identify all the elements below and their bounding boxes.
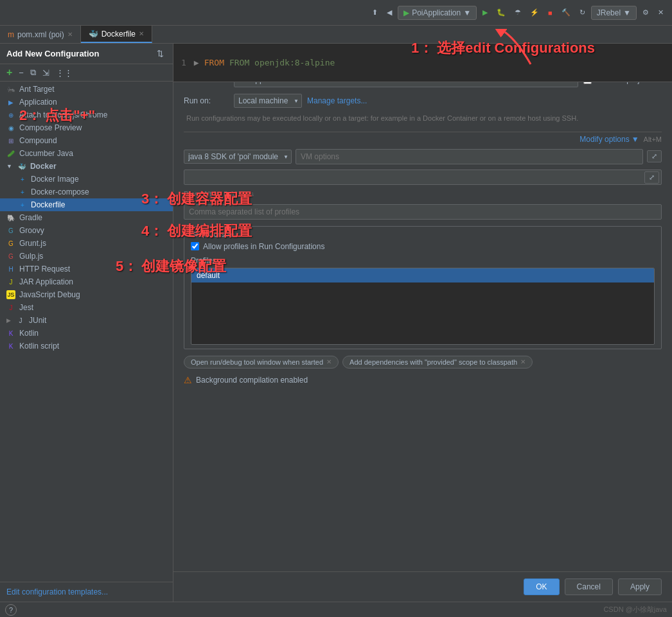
manage-targets-link[interactable]: Manage targets...: [307, 96, 367, 105]
jrebel-selector[interactable]: JRebel ▼: [591, 6, 637, 20]
grep-console-section: Grep Console Allow profiles in Run Confi…: [184, 226, 662, 349]
vcs-update-btn[interactable]: ⬆: [369, 6, 381, 19]
attach-icon: ⊕: [6, 110, 15, 119]
list-item[interactable]: ⊕ Attach to Node.js/Chrome: [0, 109, 173, 121]
divider: [184, 132, 662, 132]
profile-btn[interactable]: ⚡: [527, 6, 542, 19]
tag-chip-run-debug[interactable]: Open run/debug tool window when started …: [184, 356, 339, 369]
stop-btn[interactable]: ■: [545, 7, 556, 19]
dockerfile-item[interactable]: + Dockerfile: [0, 198, 173, 211]
cancel-button[interactable]: Cancel: [565, 578, 613, 595]
list-item[interactable]: 🐜 Ant Target: [0, 83, 173, 96]
tag-chip-close-btn[interactable]: ✕: [326, 358, 332, 365]
build-btn[interactable]: 🔨: [558, 6, 574, 19]
profiles-label: Profiles:: [191, 256, 655, 265]
edit-templates-link[interactable]: Edit configuration templates...: [0, 582, 173, 602]
list-item[interactable]: K Kotlin: [0, 327, 173, 340]
cucumber-icon: 🥒: [6, 149, 15, 158]
classpath-input[interactable]: [184, 169, 662, 185]
run-on-select[interactable]: Local machine: [234, 94, 302, 108]
coverage-btn[interactable]: ☂: [511, 6, 524, 19]
close-toolbar-btn[interactable]: ✕: [655, 6, 667, 19]
profiles-csv-input[interactable]: [184, 204, 662, 220]
run-config-selector[interactable]: ▶ PoiApplication ▼: [398, 6, 477, 20]
jar-app-item[interactable]: J JAR Application: [0, 275, 173, 288]
copy-config-btn[interactable]: ⧉: [28, 66, 39, 79]
docker-icon: 🐳: [17, 162, 26, 171]
list-item[interactable]: K Kotlin script: [0, 340, 173, 352]
sidebar-title: Add New Configuration: [6, 49, 99, 58]
tab-dockerfile-label: Dockerfile: [102, 30, 136, 39]
vm-options-input[interactable]: [296, 149, 643, 164]
settings-btn[interactable]: ⚙: [639, 6, 652, 19]
js-debug-icon: JS: [6, 290, 15, 299]
modify-options-chevron: ▼: [632, 135, 639, 144]
docker-image-item[interactable]: + Docker Image: [0, 173, 173, 186]
http-icon: H: [6, 265, 15, 274]
docker-image-icon: +: [18, 175, 27, 184]
sidebar-sort-btn[interactable]: ⇅: [154, 48, 166, 60]
allow-profiles-checkbox[interactable]: [191, 242, 199, 250]
help-btn[interactable]: ?: [5, 604, 17, 616]
vm-options-expand-btn[interactable]: ⤢: [647, 150, 662, 162]
list-item[interactable]: H HTTP Request: [0, 263, 173, 275]
jrebel-label: JRebel: [597, 8, 621, 17]
sidebar-header: Add New Configuration ⇅: [0, 44, 173, 64]
run-on-row: Run on: Local machine Manage targets...: [184, 94, 662, 108]
move-config-btn[interactable]: ⇲: [40, 67, 52, 79]
list-item[interactable]: G Groovy: [0, 224, 173, 237]
sdk-select-wrapper[interactable]: java 8 SDK of 'poi' module: [184, 150, 292, 164]
top-toolbar: ⬆ ◀ ▶ PoiApplication ▼ ▶ 🐛 ☂ ⚡ ■ 🔨 ↻ JRe…: [0, 0, 672, 26]
run-btn[interactable]: ▶: [479, 6, 491, 19]
groovy-icon: G: [6, 226, 15, 235]
tab-pom-xml[interactable]: m pom.xml (poi) ✕: [0, 26, 81, 43]
docker-compose-item[interactable]: + Docker-compose: [0, 186, 173, 198]
list-item[interactable]: ▶ Application: [0, 96, 173, 109]
list-item[interactable]: G Gulp.js: [0, 250, 173, 263]
warning-text: Background compilation enabled: [196, 376, 308, 385]
modify-options-link[interactable]: Modify options ▼ Alt+M: [579, 135, 662, 144]
tag-chip-dependencies[interactable]: Add dependencies with "provided" scope t…: [342, 356, 533, 369]
back-btn[interactable]: ◀: [384, 6, 395, 19]
sync-btn[interactable]: ↻: [576, 6, 588, 19]
list-item[interactable]: ◉ Compose Preview: [0, 121, 173, 134]
allow-profiles-label[interactable]: Allow profiles in Run Configurations: [191, 242, 655, 251]
dialog-panel: Run/Debug Configurations ✕ Name: Store a…: [173, 44, 672, 602]
jrebel-chevron: ▼: [623, 8, 631, 17]
list-item[interactable]: J Jest: [0, 301, 173, 314]
from-value: FROM openjdk:8-alpine: [229, 58, 335, 67]
tab-pom-close[interactable]: ✕: [67, 31, 73, 38]
list-item-label: Docker: [30, 162, 57, 171]
list-item-label: JavaScript Debug: [19, 290, 80, 299]
list-item[interactable]: JS JavaScript Debug: [0, 288, 173, 301]
add-config-btn[interactable]: +: [4, 65, 15, 80]
tab-dockerfile-close[interactable]: ✕: [139, 30, 144, 37]
profiles-item-default[interactable]: default: [191, 268, 654, 282]
sort-config-btn[interactable]: ⋮⋮: [53, 67, 75, 79]
run-on-select-wrapper[interactable]: Local machine: [234, 94, 302, 108]
docker-group-item[interactable]: ▼ 🐳 Docker: [0, 160, 173, 173]
list-item-label: Cucumber Java: [19, 149, 73, 158]
list-item[interactable]: ⊞ Compound: [0, 134, 173, 147]
profiles-listbox[interactable]: default: [191, 268, 655, 345]
list-item-label: Attach to Node.js/Chrome: [19, 110, 107, 119]
modify-options-shortcut: Alt+M: [644, 135, 662, 143]
sdk-select[interactable]: java 8 SDK of 'poi' module: [184, 150, 292, 164]
ok-button[interactable]: OK: [524, 578, 559, 595]
list-item[interactable]: ▶ J JUnit: [0, 314, 173, 327]
debug-btn[interactable]: 🐛: [493, 6, 509, 19]
grunt-icon: G: [6, 239, 15, 248]
list-item[interactable]: G Grunt.js: [0, 237, 173, 250]
list-item[interactable]: 🐘 Gradle: [0, 211, 173, 224]
grep-console-title: Grep Console: [191, 230, 655, 238]
classpath-expand-btn[interactable]: ⤢: [644, 171, 659, 184]
apply-button[interactable]: Apply: [618, 578, 662, 595]
tab-dockerfile[interactable]: 🐳 Dockerfile ✕: [81, 26, 152, 43]
list-item[interactable]: 🥒 Cucumber Java: [0, 147, 173, 160]
field-hint: Press Alt for field hints: [184, 190, 662, 198]
list-item-label: Compound: [19, 136, 57, 145]
warning-row: ⚠ Background compilation enabled: [184, 375, 662, 385]
remove-config-btn[interactable]: −: [16, 67, 26, 79]
tags-row: Open run/debug tool window when started …: [184, 356, 662, 369]
tag-chip-close-btn-2[interactable]: ✕: [520, 358, 526, 365]
